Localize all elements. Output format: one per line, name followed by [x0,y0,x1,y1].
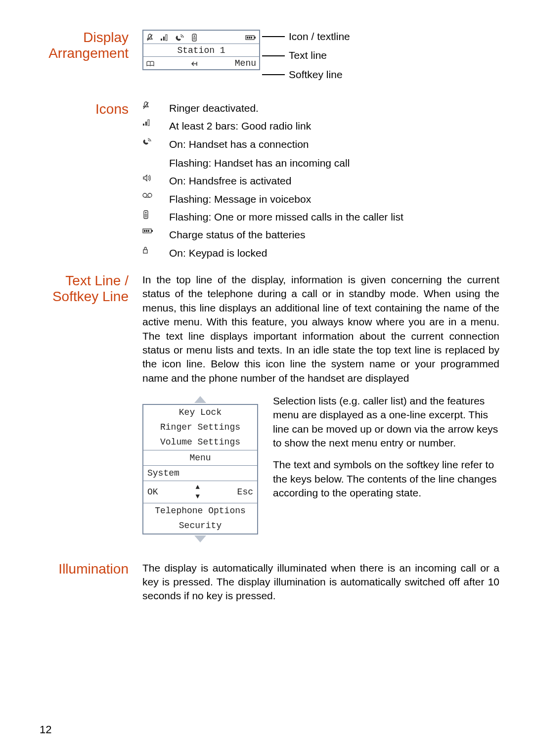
lcd-text-row: Station 1 [143,44,259,56]
svg-rect-29 [144,230,145,232]
menu-active-item: System [143,465,257,481]
lcd-icon-row [143,31,259,44]
lcd-callouts: Icon / textline Text line Softkey line [262,30,350,82]
handset-icon [142,137,157,171]
handset-icon [175,34,184,41]
section-display-arrangement: Display Arrangement [40,30,499,82]
svg-rect-6 [193,38,196,38]
icon-item-keylock: On: Keypad is locked [142,246,499,260]
selection-list-paragraph: Selection lists (e.g. caller list) and t… [273,394,499,450]
svg-rect-7 [193,39,196,40]
textline-paragraph: In the top line of the display, informat… [142,273,499,385]
section-illumination: Illumination The display is automaticall… [40,561,499,603]
svg-rect-24 [145,214,147,215]
svg-point-19 [143,193,147,197]
callout-softkey-line: Softkey line [289,68,343,82]
svg-rect-1 [161,39,162,41]
heading-display-arrangement: Display Arrangement [40,30,129,61]
svg-rect-10 [247,37,248,39]
icon-item-missed-calls: Flashing: One or more missed calls in th… [142,210,499,224]
icon-item-battery: Charge status of the batteries [142,228,499,242]
signal-bars-icon [142,119,157,133]
svg-rect-26 [145,217,147,217]
page-number: 12 [40,723,51,736]
heading-illumination: Illumination [40,561,129,577]
book-icon [146,61,154,67]
svg-rect-18 [148,120,149,126]
svg-point-23 [145,212,147,214]
icon-item-ringer-off: Ringer deactivated. [142,101,499,115]
heading-textline-softkey: Text Line / Softkey Line [40,273,129,305]
callout-text-line: Text line [289,48,327,62]
caller-list-icon [142,210,157,224]
menu-item: Key Lock [143,405,257,420]
battery-icon [142,228,157,242]
menu-item: Telephone Options [143,503,257,518]
svg-rect-11 [249,37,250,39]
bell-off-icon [142,101,157,115]
lock-icon [142,246,157,260]
menu-item: Ringer Settings [143,420,257,435]
icon-item-handset: On: Handset has a connection Flashing: H… [142,137,499,171]
icon-item-voicebox: Flashing: Message in voicebox [142,192,499,206]
svg-rect-17 [145,122,147,126]
svg-rect-3 [166,35,167,41]
callout-icon-line: Icon / textline [289,30,350,44]
voicemail-icon [142,192,157,206]
softkey-esc: Esc [237,486,253,498]
svg-rect-28 [151,230,153,232]
speaker-icon [142,174,157,188]
svg-rect-9 [254,37,256,39]
lcd-softkey-row: Menu [143,56,259,69]
svg-rect-25 [145,216,147,216]
svg-rect-32 [143,250,147,253]
battery-icon [245,35,256,41]
icon-item-handsfree: On: Handsfree is activated [142,174,499,188]
lcd-diagram: Station 1 Menu [142,30,260,70]
bell-off-icon [146,34,153,42]
section-textline-softkey: Text Line / Softkey Line In the top line… [40,273,499,544]
svg-point-5 [194,36,195,37]
signal-bars-icon [160,34,168,41]
arrows-up-down-icon: ▲▼ [195,483,199,501]
redial-arrow-icon [191,61,198,67]
section-icons: Icons Ringer deactivated. At least 2 bar… [40,101,499,260]
menu-excerpt-diagram: Key Lock Ringer Settings Volume Settings… [142,404,258,534]
heading-icons: Icons [40,101,129,117]
softkey-ok: OK [147,486,158,498]
softkey-paragraph: The text and symbols on the softkey line… [273,458,499,500]
svg-point-20 [148,193,152,197]
svg-rect-31 [148,230,149,232]
svg-rect-30 [146,230,147,232]
svg-rect-12 [251,37,252,39]
menu-item: Volume Settings [143,435,257,449]
svg-rect-16 [143,124,144,126]
svg-rect-2 [163,37,165,41]
menu-item: Security [143,518,257,533]
icon-item-signal: At least 2 bars: Good radio link [142,119,499,133]
menu-softkey-row: OK ▲▼ Esc [143,481,257,503]
illumination-paragraph: The display is automatically illuminated… [142,561,499,603]
menu-title: Menu [143,450,257,465]
caller-list-icon [191,34,198,42]
